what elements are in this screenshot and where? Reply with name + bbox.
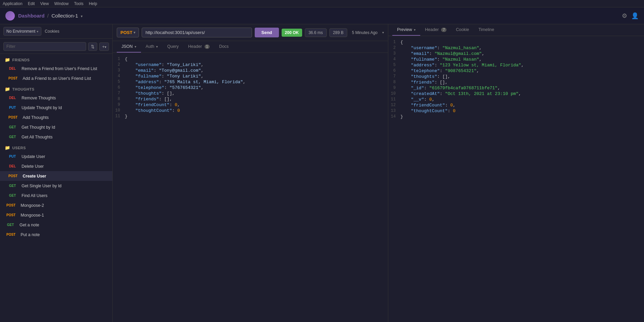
- env-selector[interactable]: No Environment ▾: [3, 27, 41, 36]
- code-line: 1 {: [388, 39, 644, 45]
- tab-cookie[interactable]: Cookie: [451, 24, 474, 36]
- method-badge-del: DEL: [7, 66, 18, 71]
- code-line: 8 "friends": [],: [388, 79, 644, 85]
- code-line: 4 "fullname": "Nazmul Hasan",: [388, 57, 644, 62]
- section-thoughts[interactable]: 📁 THOUGHTS: [0, 83, 112, 93]
- method-badge-post: POST: [5, 203, 17, 208]
- main-layout: No Environment ▾ Cookies ⇅ +▾ 📁 FRIENDS …: [0, 24, 644, 322]
- section-friends[interactable]: 📁 FRIENDS: [0, 54, 112, 64]
- method-badge-get: GET: [5, 222, 16, 227]
- method-badge-get: GET: [7, 134, 18, 139]
- tab-docs[interactable]: Docs: [214, 41, 233, 53]
- sidebar-item-mongoose1[interactable]: POST Mongoose-1: [0, 210, 112, 220]
- tab-auth-arrow: ▾: [156, 45, 158, 49]
- code-line: 14 }: [388, 114, 644, 120]
- sidebar-item-update-thought[interactable]: PUT Update Thought by Id: [0, 103, 112, 112]
- user-icon[interactable]: 👤: [631, 12, 639, 20]
- menu-help[interactable]: Help: [89, 1, 97, 6]
- sidebar: No Environment ▾ Cookies ⇅ +▾ 📁 FRIENDS …: [0, 24, 113, 322]
- tab-json-arrow: ▾: [135, 45, 136, 49]
- cookies-link[interactable]: Cookies: [45, 29, 59, 34]
- menu-view[interactable]: View: [40, 1, 49, 6]
- request-bar: POST ▾ Send 200 OK 36.6 ms 289 B 5 Minut…: [113, 24, 388, 41]
- item-label: Mongoose-1: [21, 213, 44, 218]
- sidebar-item-put-note[interactable]: POST Put a note: [0, 230, 112, 239]
- method-badge-post: POST: [5, 232, 17, 237]
- code-line: 5 "address": "123 Yellow st, Miami, Flor…: [388, 62, 644, 68]
- sidebar-item-find-all-users[interactable]: GET Find All Users: [0, 191, 112, 200]
- menu-edit[interactable]: Edit: [28, 1, 35, 6]
- code-line: 8 "friends": [],: [113, 96, 388, 102]
- breadcrumb-collection[interactable]: Collection-1: [51, 13, 78, 19]
- folder-icon: 📁: [5, 57, 10, 62]
- response-size: 289 B: [329, 28, 347, 37]
- sidebar-item-delete-user[interactable]: DEL Delete User: [0, 161, 112, 171]
- method-badge-del: DEL: [7, 164, 18, 169]
- sidebar-item-get-note[interactable]: GET Get a note: [0, 220, 112, 230]
- code-line: 6 "telephone": "5767654321",: [113, 85, 388, 91]
- sidebar-item-mongoose2[interactable]: POST Mongoose-2: [0, 200, 112, 210]
- tab-header[interactable]: Header 1: [183, 41, 214, 53]
- code-line: 12 "friendCount": 0,: [388, 102, 644, 108]
- item-label: Find All Users: [22, 193, 47, 198]
- sort-button[interactable]: ⇅: [88, 42, 97, 51]
- tab-response-header[interactable]: Header 7: [420, 24, 451, 36]
- item-label: Put a note: [21, 232, 40, 237]
- sidebar-item-update-user[interactable]: PUT Update User: [0, 152, 112, 161]
- code-line: 3 "email": "Nazmul@gmail.com",: [388, 51, 644, 57]
- sidebar-content: 📁 FRIENDS DEL Remove a Friend from User'…: [0, 54, 112, 322]
- menu-window[interactable]: Window: [54, 1, 69, 6]
- section-users[interactable]: 📁 USERS: [0, 142, 112, 152]
- code-line: 9 "friendCount": 0,: [113, 102, 388, 108]
- tab-preview[interactable]: Preview ▾: [392, 24, 420, 36]
- settings-icon[interactable]: ⚙: [622, 12, 627, 20]
- search-input[interactable]: [3, 42, 86, 51]
- item-label: Get Thought by Id: [22, 125, 55, 130]
- method-badge-post: POST: [7, 173, 19, 179]
- sidebar-item-remove-friend[interactable]: DEL Remove a Friend from User's Friend L…: [0, 64, 112, 73]
- method-badge-post: POST: [7, 115, 19, 120]
- code-line: 10 "createdAt": "Oct 13th, 2021 at 23:10…: [388, 91, 644, 97]
- env-label: No Environment: [6, 29, 35, 34]
- code-line: 2 "username": "Nazmul_hasan",: [388, 45, 644, 51]
- tab-json[interactable]: JSON ▾: [117, 41, 141, 53]
- code-line: 7 "thoughts": [],: [388, 74, 644, 79]
- breadcrumb-dashboard[interactable]: Dashboard: [18, 13, 44, 19]
- method-badge-get: GET: [7, 193, 18, 198]
- menu-tools[interactable]: Tools: [74, 1, 83, 6]
- item-label: Get Single User by Id: [22, 184, 62, 188]
- url-input[interactable]: [142, 28, 252, 37]
- tab-query[interactable]: Query: [163, 41, 183, 53]
- sidebar-item-get-all-thoughts[interactable]: GET Get All Thoughts: [0, 132, 112, 142]
- sidebar-item-get-single-user[interactable]: GET Get Single User by Id: [0, 181, 112, 191]
- item-label: Add Thoughts: [23, 115, 49, 120]
- method-select[interactable]: POST ▾: [117, 28, 139, 37]
- method-chevron-icon: ▾: [134, 31, 135, 34]
- request-body: 1 { 2 "username": "Tony_Lariki", 3 "emai…: [113, 53, 388, 322]
- tab-timeline[interactable]: Timeline: [474, 24, 499, 36]
- folder-icon: 📁: [5, 87, 10, 92]
- send-button[interactable]: Send: [255, 28, 279, 37]
- section-thoughts-label: THOUGHTS: [12, 87, 35, 91]
- sidebar-item-create-user[interactable]: POST Create User: [0, 171, 112, 181]
- sidebar-item-remove-thoughts[interactable]: DEL Remove Thoughts: [0, 93, 112, 103]
- response-body: 1 { 2 "username": "Nazmul_hasan", 3 "ema…: [388, 36, 644, 322]
- response-tabs: Preview ▾ Header 7 Cookie Timeline: [388, 24, 644, 36]
- tab-auth[interactable]: Auth ▾: [141, 41, 163, 53]
- item-label: Remove Thoughts: [22, 96, 56, 100]
- code-line: 9 "_id": "61679fb4cafa0768711bfe71",: [388, 85, 644, 91]
- chevron-down-icon: ▾: [81, 14, 83, 18]
- item-label: Update Thought by Id: [22, 105, 62, 110]
- menu-application[interactable]: Application: [3, 1, 23, 6]
- item-label: Mongoose-2: [21, 203, 44, 208]
- sidebar-item-add-thoughts[interactable]: POST Add Thoughts: [0, 112, 112, 122]
- add-button[interactable]: +▾: [99, 42, 109, 51]
- method-badge-del: DEL: [7, 95, 18, 100]
- sidebar-item-add-friend[interactable]: POST Add a Friend to an User's Friend Li…: [0, 73, 112, 83]
- sidebar-item-get-thought-by-id[interactable]: GET Get Thought by Id: [0, 122, 112, 132]
- env-chevron-icon: ▾: [37, 30, 38, 33]
- section-users-label: USERS: [12, 146, 26, 150]
- item-label: Add a Friend to an User's Friend List: [23, 76, 91, 81]
- response-timestamp: 5 Minutes Ago: [350, 29, 380, 37]
- method-badge-post: POST: [7, 76, 19, 81]
